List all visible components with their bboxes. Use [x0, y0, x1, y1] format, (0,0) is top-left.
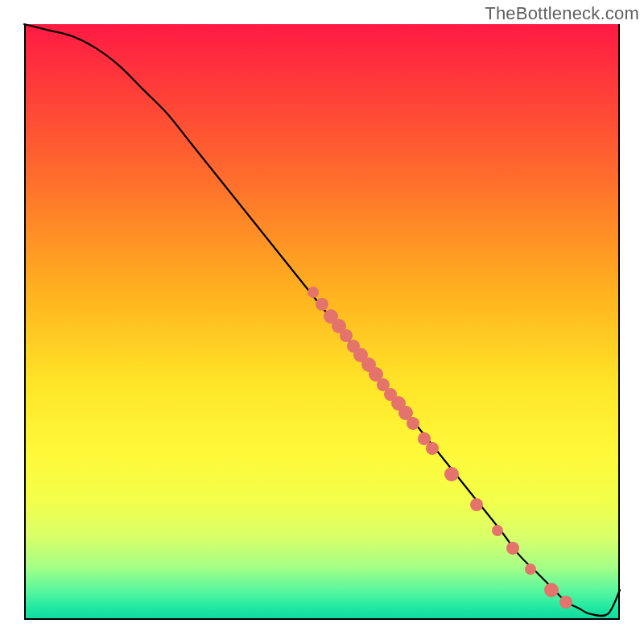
axis-bottom [24, 618, 620, 620]
axis-left [24, 24, 26, 620]
bottleneck-chart: TheBottleneck.com [0, 0, 644, 644]
attribution-label: TheBottleneck.com [485, 3, 639, 24]
axis-right [618, 24, 620, 620]
plot-area [24, 24, 620, 620]
bottleneck-curve-path [24, 24, 620, 616]
curve-svg [24, 24, 620, 620]
